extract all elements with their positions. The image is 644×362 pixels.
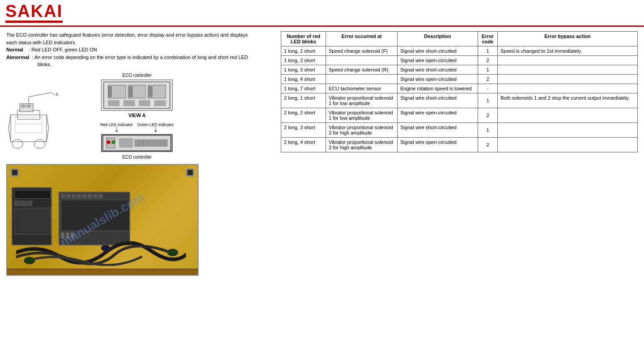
main-content: The ECO controller has safeguard feature…	[0, 27, 644, 358]
eco-diagram: ECO controller	[100, 73, 174, 160]
intro-abnormal: Abnormal : An error code depending on th…	[6, 54, 275, 61]
intro-normal: Normal : Red LED OFF, green LED ON	[6, 46, 275, 54]
svg-rect-19	[139, 100, 150, 105]
red-led-section: Red LED indicator	[100, 122, 133, 132]
svg-point-43	[101, 245, 110, 251]
abnormal-label: Abnormal	[6, 55, 29, 60]
error-table: Number of red LED blinks Error occurred …	[281, 31, 638, 152]
cell-code: 2	[478, 56, 498, 65]
eco-box-top	[101, 80, 173, 111]
cell-code: 2	[478, 138, 498, 152]
cell-blinks: 2 long, 1 short	[281, 93, 326, 108]
cell-blinks: 1 long, 4 short	[281, 75, 326, 84]
cell-blinks: 2 long, 4 short	[281, 138, 326, 152]
table-row: 1 long, 7 shortECU tachometer sensorEngi…	[281, 84, 638, 93]
svg-text:A: A	[55, 92, 59, 97]
photo-bracket-tr	[186, 168, 194, 177]
photo-container: manualslib.com	[6, 164, 199, 276]
cell-blinks: 2 long, 2 short	[281, 108, 326, 123]
bottom-bar	[7, 269, 198, 275]
table-row: 1 long, 3 shortSpeed change solenoid (R)…	[281, 65, 638, 75]
svg-marker-25	[115, 130, 118, 132]
photo-inner	[7, 165, 198, 275]
cell-description: Engine rotation speed is lowered	[398, 84, 478, 93]
cell-code: 2	[478, 75, 498, 84]
cell-error-at	[326, 75, 398, 84]
svg-rect-21	[108, 86, 112, 97]
cell-code: 1	[478, 65, 498, 75]
led-section: Red LED indicator Green LED indicator	[100, 122, 174, 132]
intro-text: The ECO controller has safeguard feature…	[6, 31, 275, 68]
cell-description: Signal wire short-circuited	[398, 93, 478, 108]
svg-rect-20	[155, 100, 166, 105]
right-panel: Number of red LED blinks Error occurred …	[281, 31, 638, 353]
cell-error-at: Vibrator proportional solenoid 1 for low…	[326, 93, 398, 108]
table-row: 1 long, 4 shortSignal wire open-circuite…	[281, 75, 638, 84]
table-row: 2 long, 4 shortVibrator proportional sol…	[281, 138, 638, 152]
logo-bar	[5, 21, 63, 23]
cell-description: Signal wire open-circuited	[398, 138, 478, 152]
cell-error-at: Vibrator proportional solenoid 1 for low…	[326, 108, 398, 123]
cell-description: Signal wire open-circuited	[398, 75, 478, 84]
svg-point-30	[107, 140, 110, 144]
cell-bypass	[498, 84, 638, 93]
intro-line2: each status with LED indicators.	[6, 39, 275, 46]
cell-bypass: Speed is changed to 1st immediately.	[498, 46, 638, 56]
table-row: 2 long, 3 shortVibrator proportional sol…	[281, 123, 638, 138]
logo-container: SAKAI	[5, 3, 63, 23]
col-header-description: Description	[398, 32, 478, 46]
view-a-label: VIEW A	[128, 113, 146, 118]
table-row: 2 long, 1 shortVibrator proportional sol…	[281, 93, 638, 108]
cell-bypass	[498, 138, 638, 152]
table-body: 1 long, 1 shortSpeed change solenoid (F)…	[281, 46, 638, 152]
svg-rect-33	[135, 139, 167, 147]
diagrams: A ECO c	[6, 73, 275, 160]
cell-bypass: Both solenoids 1 and 2 stop the current …	[498, 93, 638, 108]
svg-rect-10	[20, 104, 33, 112]
svg-rect-18	[124, 100, 135, 105]
cell-code: 1	[478, 93, 498, 108]
cell-code: -	[478, 84, 498, 93]
svg-rect-17	[108, 100, 119, 105]
cell-error-at: Vibrator proportional solenoid 2 for hig…	[326, 123, 398, 138]
ecu-box-middle	[59, 192, 130, 245]
svg-rect-11	[21, 105, 25, 107]
cell-error-at: Vibrator proportional solenoid 2 for hig…	[326, 138, 398, 152]
cell-description: Signal wire short-circuited	[398, 65, 478, 75]
eco-controller-box	[101, 134, 173, 152]
cell-description: Signal wire short-circuited	[398, 123, 478, 138]
table-row: 1 long, 1 shortSpeed change solenoid (F)…	[281, 46, 638, 56]
cell-bypass	[498, 123, 638, 138]
cell-blinks: 1 long, 1 short	[281, 46, 326, 56]
svg-rect-12	[27, 105, 30, 107]
normal-value: : Red LED OFF, green LED ON	[29, 47, 97, 52]
intro-line1: The ECO controller has safeguard feature…	[6, 31, 275, 39]
svg-line-5	[51, 93, 55, 95]
svg-point-42	[167, 249, 178, 256]
svg-marker-27	[154, 130, 157, 132]
svg-point-6	[12, 139, 23, 148]
abnormal-cont: blinks.	[38, 61, 275, 68]
cell-code: 1	[478, 123, 498, 138]
col-header-bypass: Error bypass action	[498, 32, 638, 46]
svg-line-3	[29, 93, 51, 97]
logo-text: SAKAI	[5, 3, 63, 20]
left-panel: The ECO controller has safeguard feature…	[6, 31, 275, 353]
cell-error-at	[326, 56, 398, 65]
col-header-code: Error code	[478, 32, 498, 46]
svg-rect-32	[119, 139, 132, 147]
red-led-label: Red LED indicator	[100, 122, 133, 127]
cell-bypass	[498, 65, 638, 75]
cell-code: 1	[478, 46, 498, 56]
photo-bracket-tl	[11, 168, 19, 177]
machine-sketch: A	[6, 88, 96, 160]
col-header-blinks: Number of red LED blinks	[281, 32, 326, 46]
eco-label-top: ECO controller	[123, 73, 152, 78]
svg-rect-23	[149, 86, 153, 97]
svg-rect-0	[11, 115, 47, 142]
normal-label: Normal	[6, 47, 23, 52]
table-header-row: Number of red LED blinks Error occurred …	[281, 32, 638, 46]
cell-description: Signal wire open-circuited	[398, 56, 478, 65]
ecu-box-left	[12, 187, 52, 245]
svg-point-31	[112, 140, 115, 144]
